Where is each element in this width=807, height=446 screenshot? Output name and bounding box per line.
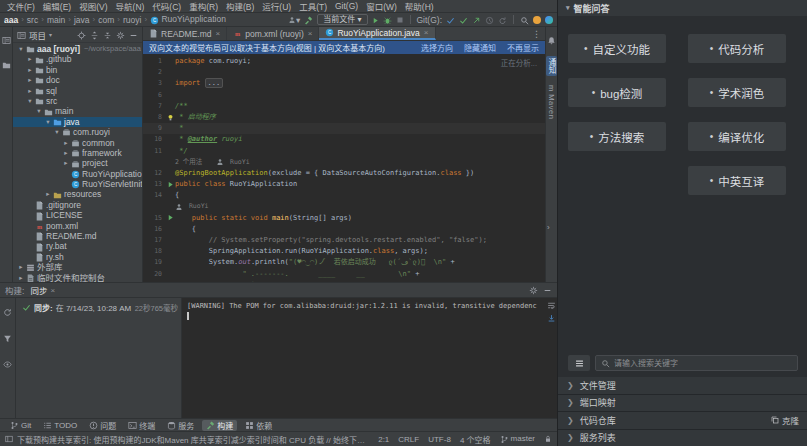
ai-function-button[interactable]: •bug检测 <box>568 78 666 107</box>
tree-item[interactable]: .gitignore <box>13 200 142 210</box>
chevron-right-icon[interactable]: ▸ <box>17 262 25 272</box>
menu-item[interactable]: 文件(F) <box>3 0 39 12</box>
tree-item[interactable]: ▾com.ruoyi <box>13 127 142 137</box>
chevron-right-icon[interactable]: ▸ <box>26 75 34 85</box>
tree-item[interactable]: ▸framework <box>13 148 142 158</box>
banner-action-link[interactable]: 不再显示 <box>507 44 539 53</box>
git-push-button[interactable] <box>472 14 481 24</box>
toolwindow-todo[interactable]: TODO <box>39 420 81 431</box>
breadcrumb-item[interactable]: src <box>27 15 38 25</box>
locate-file-button[interactable] <box>77 29 86 39</box>
search-everywhere-button[interactable] <box>520 14 529 24</box>
build-button[interactable] <box>304 14 313 24</box>
ai-function-button[interactable]: •代码分析 <box>688 34 786 63</box>
menu-item[interactable]: 视图(V) <box>75 0 111 12</box>
plugin-orange-icon[interactable] <box>533 16 541 24</box>
notifications-tab[interactable]: 通知 <box>546 56 557 76</box>
chevron-down-icon[interactable]: ▾ <box>53 127 61 137</box>
tree-item[interactable]: ▸common <box>13 138 142 148</box>
git-branch[interactable]: master <box>500 434 535 443</box>
run-config-select[interactable]: 当前文件 ▾ <box>317 14 367 25</box>
tree-item[interactable]: ry.sh <box>13 252 142 262</box>
ai-section-代码仓库[interactable]: ❯代码仓库 克隆 <box>558 412 807 429</box>
banner-action-link[interactable]: 隐藏通知 <box>464 44 496 53</box>
chevron-down-icon[interactable]: ▾ <box>26 96 34 106</box>
maven-tab[interactable]: m Maven <box>547 83 556 121</box>
stop-button[interactable] <box>396 15 404 25</box>
status-message[interactable]: 下载预构建共享索引: 使用预构建的JDK和Maven 库共享索引减少索引时间和 … <box>17 434 369 445</box>
menu-item[interactable]: Git(G) <box>331 1 362 11</box>
git-commit-button[interactable] <box>459 14 468 24</box>
chevron-down-icon[interactable]: ▾ <box>35 106 43 116</box>
notifications-button[interactable] <box>547 31 556 49</box>
plugin-ai-icon[interactable] <box>545 16 553 24</box>
rerun-build-button[interactable] <box>3 303 12 321</box>
toolwindow-终端[interactable]: 终端 <box>124 420 159 431</box>
build-tab-sync[interactable]: 同步 × <box>30 284 55 296</box>
tree-item[interactable]: ▸project <box>13 158 142 168</box>
close-icon[interactable]: × <box>424 28 429 37</box>
ai-panel-header[interactable]: ▾ 智能问答 <box>558 0 807 16</box>
filter-button[interactable] <box>3 329 12 347</box>
menu-button[interactable] <box>568 355 590 371</box>
tree-item[interactable]: ▸临时文件和控制台 <box>13 273 142 282</box>
expand-all-button[interactable] <box>90 29 99 39</box>
editor-tab[interactable]: README.md× <box>143 27 227 40</box>
menu-item[interactable]: 重构(R) <box>185 0 222 12</box>
chevron-right-icon[interactable]: ▸ <box>26 65 34 75</box>
ai-function-button[interactable]: •自定义功能 <box>568 34 666 63</box>
menu-item[interactable]: 运行(U) <box>258 0 295 12</box>
run-button[interactable] <box>372 15 379 25</box>
tree-item[interactable]: ▾java <box>13 117 142 127</box>
run-gutter[interactable] <box>165 213 175 224</box>
chevron-right-icon[interactable]: ▸ <box>26 86 34 96</box>
breadcrumb-item[interactable]: aaa <box>4 15 18 25</box>
chevron-right-icon[interactable]: ▸ <box>44 189 52 199</box>
toolwindow-服务[interactable]: 服务 <box>163 420 198 431</box>
chevron-right-icon[interactable]: ▸ <box>62 158 70 168</box>
ai-function-button[interactable]: •学术润色 <box>688 78 786 107</box>
breadcrumb-item[interactable]: main <box>47 15 65 25</box>
chevron-right-icon[interactable]: ▸ <box>17 273 25 282</box>
caret-position[interactable]: 2:1 <box>378 435 389 444</box>
search-input[interactable] <box>614 359 792 368</box>
menu-item[interactable]: 工具(T) <box>295 0 331 12</box>
editor-tab[interactable]: mpom.xml (ruoyi)× <box>227 27 319 40</box>
code-editor[interactable]: 正在分析... 1package com.ruoyi;23import ...6… <box>143 54 545 282</box>
breadcrumb-item[interactable]: ruoyi <box>123 15 141 25</box>
build-console[interactable]: [WARNING] The POM for com.alibaba:druid:… <box>182 298 557 418</box>
git-history-button[interactable] <box>485 14 494 24</box>
sync-status-row[interactable]: 同步: 在 7/14/23, 10:28 AM 22秒765毫秒 <box>22 302 178 313</box>
profile-button[interactable]: ▾ <box>288 15 300 25</box>
intention-bulb[interactable] <box>165 112 175 123</box>
breadcrumb-item[interactable]: java <box>74 15 90 25</box>
close-icon[interactable]: × <box>216 29 221 38</box>
ai-section-文件管理[interactable]: ❯文件管理 <box>558 377 807 394</box>
hide-panel-button[interactable] <box>129 29 138 39</box>
ai-function-button[interactable]: •方法搜索 <box>568 122 666 151</box>
view-options-button[interactable] <box>3 355 12 373</box>
tree-item[interactable]: README.md <box>13 231 142 241</box>
panel-options-button[interactable] <box>116 29 125 39</box>
chevron-down-icon[interactable]: ▾ <box>17 44 25 54</box>
ai-function-button[interactable]: •编译优化 <box>688 122 786 151</box>
hide-build-button[interactable] <box>543 285 552 295</box>
tree-item[interactable]: ▸resources <box>13 189 142 199</box>
menu-item[interactable]: 代码(C) <box>148 0 185 12</box>
run-gutter[interactable] <box>165 179 175 190</box>
tree-item[interactable]: ▾src <box>13 96 142 106</box>
tree-item[interactable]: ▾aaa [ruoyi]~/workspace/aaa <box>13 44 142 54</box>
tree-item[interactable]: LICENSE <box>13 210 142 220</box>
toolwindow-依赖[interactable]: 依赖 <box>241 420 276 431</box>
collapse-all-button[interactable] <box>103 29 112 39</box>
tree-item[interactable]: CRuoYiServletInitiali <box>13 179 142 189</box>
tree-item[interactable]: ▸.github <box>13 54 142 64</box>
indent-setting[interactable]: 4 个空格 <box>460 434 491 445</box>
breadcrumb-item[interactable]: C RuoYiApplication <box>150 14 226 24</box>
menu-item[interactable]: 帮助(H) <box>401 0 438 12</box>
chevron-right-icon[interactable]: ▸ <box>62 148 70 158</box>
chevron-right-icon[interactable]: ▸ <box>62 138 70 148</box>
encoding[interactable]: UTF-8 <box>428 435 451 444</box>
breadcrumb-item[interactable]: com <box>98 15 114 25</box>
menu-item[interactable]: 构建(B) <box>222 0 258 12</box>
